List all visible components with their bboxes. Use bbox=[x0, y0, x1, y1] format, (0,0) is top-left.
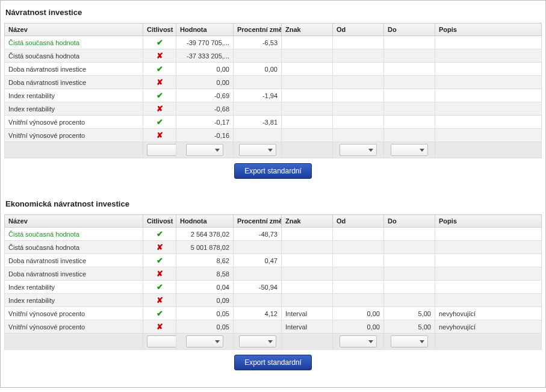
export-button-1[interactable]: Export standardní bbox=[234, 355, 312, 370]
col-od[interactable]: Od bbox=[333, 215, 384, 228]
cell-procentni-zmena bbox=[234, 294, 282, 307]
cell-nazev: Čistá současná hodnota bbox=[5, 36, 143, 49]
table-row[interactable]: Doba návratnosti investice✔0,000,00 bbox=[5, 63, 542, 76]
cell-znak: Interval bbox=[282, 307, 333, 320]
cell-od bbox=[333, 63, 384, 76]
table-row[interactable]: Index rentability✔0,04-50,94 bbox=[5, 281, 542, 294]
cell-hodnota: 0,00 bbox=[176, 76, 234, 89]
cell-popis bbox=[435, 102, 542, 116]
cell-od bbox=[333, 89, 384, 102]
cell-hodnota: 2 564 378,02 bbox=[176, 228, 234, 241]
cell-nazev: Doba návratnosti investice bbox=[5, 76, 143, 89]
cell-procentni-zmena bbox=[234, 129, 282, 142]
table-row[interactable]: Čistá současná hodnota✘-37 333 205,... bbox=[5, 49, 542, 63]
table-row[interactable]: Vnitřní výnosové procento✘0,05Interval0,… bbox=[5, 320, 542, 334]
cell-popis bbox=[435, 241, 542, 254]
filter-proc[interactable] bbox=[239, 144, 276, 156]
filter-citlivost[interactable] bbox=[147, 144, 176, 156]
table-row[interactable]: Čistá současná hodnota✔2 564 378,02-48,7… bbox=[5, 228, 542, 241]
table-row[interactable]: Index rentability✘-0,68 bbox=[5, 102, 542, 116]
col-procentni-zmena[interactable]: Procentní změna bbox=[234, 215, 282, 228]
filter-od[interactable] bbox=[340, 144, 377, 156]
cell-nazev: Vnitřní výnosové procento bbox=[5, 129, 143, 142]
col-procentni-zmena[interactable]: Procentní změna bbox=[234, 23, 282, 36]
filter-citlivost[interactable] bbox=[147, 335, 176, 347]
cell-do bbox=[384, 267, 435, 281]
table-0: Název Citlivost Hodnota Procentní změna … bbox=[4, 23, 542, 158]
cell-procentni-zmena bbox=[234, 76, 282, 89]
cross-icon: ✘ bbox=[157, 131, 163, 140]
cell-do bbox=[384, 281, 435, 294]
col-popis[interactable]: Popis bbox=[435, 215, 542, 228]
cell-do bbox=[384, 228, 435, 241]
cross-icon: ✘ bbox=[157, 322, 163, 331]
col-hodnota[interactable]: Hodnota bbox=[176, 215, 234, 228]
table-row[interactable]: Vnitřní výnosové procento✔0,054,12Interv… bbox=[5, 307, 542, 320]
table-row[interactable]: Doba návratnosti investice✔8,620,47 bbox=[5, 254, 542, 267]
export-row-0: Export standardní bbox=[4, 158, 542, 185]
cell-znak: Interval bbox=[282, 320, 333, 334]
cell-do bbox=[384, 36, 435, 49]
cell-nazev: Index rentability bbox=[5, 294, 143, 307]
table-row[interactable]: Vnitřní výnosové procento✘-0,16 bbox=[5, 129, 542, 142]
table-row[interactable]: Vnitřní výnosové procento✔-0,17-3,81 bbox=[5, 116, 542, 129]
cell-popis bbox=[435, 294, 542, 307]
cell-citlivost: ✔ bbox=[143, 254, 176, 267]
cell-do bbox=[384, 116, 435, 129]
cell-citlivost: ✔ bbox=[143, 116, 176, 129]
check-icon: ✔ bbox=[157, 117, 163, 126]
cell-do bbox=[384, 102, 435, 116]
table-row[interactable]: Čistá současná hodnota✘5 001 878,02 bbox=[5, 241, 542, 254]
export-button-0[interactable]: Export standardní bbox=[234, 163, 312, 179]
filter-row bbox=[5, 142, 542, 158]
cell-procentni-zmena: -6,53 bbox=[234, 36, 282, 49]
table-row[interactable]: Čistá současná hodnota✔-39 770 705,...-6… bbox=[5, 36, 542, 49]
cell-citlivost: ✘ bbox=[143, 294, 176, 307]
col-hodnota[interactable]: Hodnota bbox=[176, 23, 234, 36]
filter-do[interactable] bbox=[391, 144, 428, 156]
cell-nazev: Čistá současná hodnota bbox=[5, 228, 143, 241]
table-row[interactable]: Doba návratnosti investice✘0,00 bbox=[5, 76, 542, 89]
col-do[interactable]: Do bbox=[384, 23, 435, 36]
cell-hodnota: 5 001 878,02 bbox=[176, 241, 234, 254]
col-do[interactable]: Do bbox=[384, 215, 435, 228]
filter-od[interactable] bbox=[340, 335, 377, 347]
filter-proc[interactable] bbox=[239, 335, 276, 347]
filter-hodnota[interactable] bbox=[186, 144, 223, 156]
cell-citlivost: ✔ bbox=[143, 63, 176, 76]
cell-od bbox=[333, 228, 384, 241]
filter-hodnota[interactable] bbox=[186, 335, 223, 347]
cell-popis bbox=[435, 116, 542, 129]
check-icon: ✔ bbox=[157, 282, 163, 291]
cell-znak bbox=[282, 294, 333, 307]
col-znak[interactable]: Znak bbox=[282, 215, 333, 228]
cell-znak bbox=[282, 116, 333, 129]
cell-citlivost: ✔ bbox=[143, 307, 176, 320]
col-citlivost[interactable]: Citlivost bbox=[143, 215, 176, 228]
check-icon: ✔ bbox=[157, 91, 163, 100]
cell-od bbox=[333, 102, 384, 116]
cell-nazev: Index rentability bbox=[5, 102, 143, 116]
col-nazev[interactable]: Název bbox=[5, 23, 143, 36]
filter-do[interactable] bbox=[391, 335, 428, 347]
col-znak[interactable]: Znak bbox=[282, 23, 333, 36]
cell-hodnota: 0,09 bbox=[176, 294, 234, 307]
cell-popis bbox=[435, 36, 542, 49]
col-popis[interactable]: Popis bbox=[435, 23, 542, 36]
col-citlivost[interactable]: Citlivost bbox=[143, 23, 176, 36]
cell-hodnota: 8,62 bbox=[176, 254, 234, 267]
cell-nazev: Doba návratnosti investice bbox=[5, 254, 143, 267]
cross-icon: ✘ bbox=[157, 51, 163, 60]
cell-procentni-zmena: -50,94 bbox=[234, 281, 282, 294]
cell-hodnota: -39 770 705,... bbox=[176, 36, 234, 49]
table-row[interactable]: Index rentability✔-0,69-1,94 bbox=[5, 89, 542, 102]
cell-popis bbox=[435, 129, 542, 142]
table-1: Název Citlivost Hodnota Procentní změna … bbox=[4, 214, 542, 350]
col-od[interactable]: Od bbox=[333, 23, 384, 36]
cell-do bbox=[384, 294, 435, 307]
table-row[interactable]: Index rentability✘0,09 bbox=[5, 294, 542, 307]
table-row[interactable]: Doba návratnosti investice✘8,58 bbox=[5, 267, 542, 281]
cell-do bbox=[384, 63, 435, 76]
cell-hodnota: 0,04 bbox=[176, 281, 234, 294]
col-nazev[interactable]: Název bbox=[5, 215, 143, 228]
